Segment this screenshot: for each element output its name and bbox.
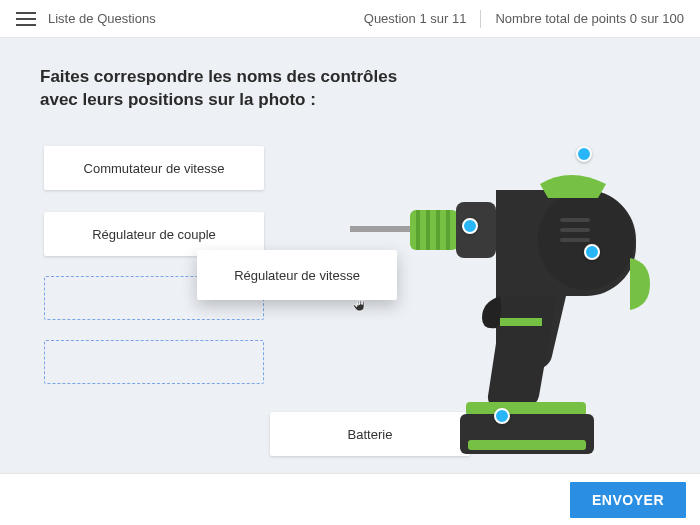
question-prompt: Faites correspondre les noms des contrôl…: [40, 66, 397, 112]
hotspot-chuck[interactable]: [462, 218, 478, 234]
hotspot-battery[interactable]: [494, 408, 510, 424]
footer: ENVOYER: [0, 473, 700, 525]
dropzone-slot-4[interactable]: [44, 340, 264, 384]
app-root: Liste de Questions Question 1 sur 11 Nom…: [0, 0, 700, 525]
cursor-grab-icon: [350, 296, 370, 316]
svg-rect-10: [560, 228, 590, 232]
hotspot-top[interactable]: [576, 146, 592, 162]
svg-rect-5: [436, 210, 440, 250]
topbar-right: Question 1 sur 11 Nombre total de points…: [364, 10, 684, 28]
card-speed-switch[interactable]: Commutateur de vitesse: [44, 146, 264, 190]
topbar: Liste de Questions Question 1 sur 11 Nom…: [0, 0, 700, 38]
points-total: Nombre total de points 0 sur 100: [495, 11, 684, 26]
prompt-line-1: Faites correspondre les noms des contrôl…: [40, 66, 397, 89]
svg-rect-15: [468, 440, 586, 450]
question-list-label[interactable]: Liste de Questions: [48, 11, 156, 26]
hotspot-handle[interactable]: [584, 244, 600, 260]
prompt-line-2: avec leurs positions sur la photo :: [40, 89, 397, 112]
question-progress: Question 1 sur 11: [364, 11, 467, 26]
menu-icon[interactable]: [16, 12, 36, 26]
svg-rect-0: [350, 226, 420, 232]
svg-rect-6: [446, 210, 450, 250]
svg-rect-4: [426, 210, 430, 250]
svg-rect-3: [416, 210, 420, 250]
divider: [480, 10, 481, 28]
svg-rect-11: [560, 238, 590, 242]
svg-rect-13: [466, 402, 586, 416]
card-label: Régulateur de couple: [92, 227, 216, 242]
drill-image: [350, 118, 670, 458]
svg-rect-12: [500, 318, 542, 326]
submit-button[interactable]: ENVOYER: [570, 482, 686, 518]
card-label: Commutateur de vitesse: [84, 161, 225, 176]
stage: Faites correspondre les noms des contrôl…: [0, 38, 700, 473]
card-label: Régulateur de vitesse: [234, 268, 360, 283]
svg-rect-9: [560, 218, 590, 222]
card-speed-regulator-dragging[interactable]: Régulateur de vitesse: [197, 250, 397, 300]
